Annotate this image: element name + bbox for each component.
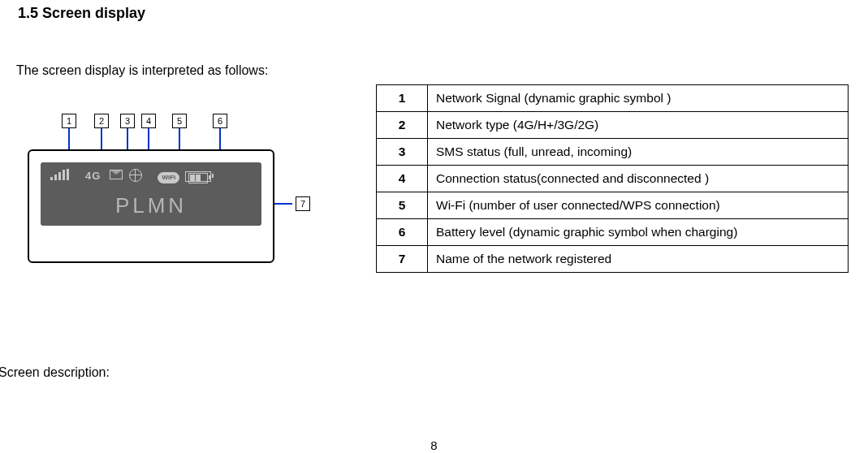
table-row: 6Battery level (dynamic graphic symbol w… [377, 219, 849, 246]
page: 1.5 Screen display The screen display is… [0, 0, 868, 453]
cell-desc: Battery level (dynamic graphic symbol wh… [428, 219, 849, 246]
callout-label-5: 5 [172, 114, 187, 128]
callout-label-1: 1 [62, 114, 76, 128]
table-row: 7Name of the network registered [377, 246, 849, 273]
page-number: 8 [0, 438, 868, 452]
cell-num: 7 [377, 246, 428, 273]
plmn-text: PLMN [41, 193, 261, 218]
screen-description-heading: Screen description: [0, 365, 110, 380]
callout-label-6: 6 [213, 114, 227, 128]
cell-desc: Name of the network registered [428, 246, 849, 273]
callout-label-7: 7 [296, 196, 310, 211]
cell-desc: Network Signal (dynamic graphic symbol ) [428, 85, 849, 112]
sms-icon [108, 169, 124, 183]
battery-icon [185, 171, 211, 182]
table-row: 4Connection status(connected and disconn… [377, 166, 849, 192]
section-title: 1.5 Screen display [18, 5, 145, 22]
device-screen: 4G WiFi PLMN [41, 162, 261, 226]
table-row: 2Network type (4G/H+/3G/2G) [377, 112, 849, 139]
cell-desc: Wi-Fi (number of user connected/WPS conn… [428, 192, 849, 219]
cell-desc: Connection status(connected and disconne… [428, 166, 849, 192]
cell-num: 6 [377, 219, 428, 246]
wifi-icon: WiFi [156, 169, 182, 183]
device-outline: 4G WiFi PLMN [28, 149, 274, 263]
intro-text: The screen display is interpreted as fol… [16, 63, 268, 78]
cell-desc: Network type (4G/H+/3G/2G) [428, 112, 849, 139]
cell-num: 3 [377, 139, 428, 166]
callout-label-2: 2 [94, 114, 109, 128]
table-row: 5Wi-Fi (number of user connected/WPS con… [377, 192, 849, 219]
callout-label-3: 3 [120, 114, 135, 128]
cell-num: 1 [377, 85, 428, 112]
table-row: 1Network Signal (dynamic graphic symbol … [377, 85, 849, 112]
status-bar: 4G WiFi [49, 168, 253, 184]
table-row: 3SMS status (full, unread, incoming) [377, 139, 849, 166]
cell-num: 4 [377, 166, 428, 192]
callout-label-4: 4 [141, 114, 156, 128]
cell-num: 5 [377, 192, 428, 219]
device-diagram: 1 2 3 4 5 6 7 4G WiFi [28, 106, 320, 276]
cell-num: 2 [377, 112, 428, 139]
connection-icon [127, 169, 144, 183]
network-type-text: 4G [82, 169, 105, 183]
cell-desc: SMS status (full, unread, incoming) [428, 139, 849, 166]
legend-table: 1Network Signal (dynamic graphic symbol … [376, 84, 849, 273]
signal-icon [49, 169, 70, 183]
